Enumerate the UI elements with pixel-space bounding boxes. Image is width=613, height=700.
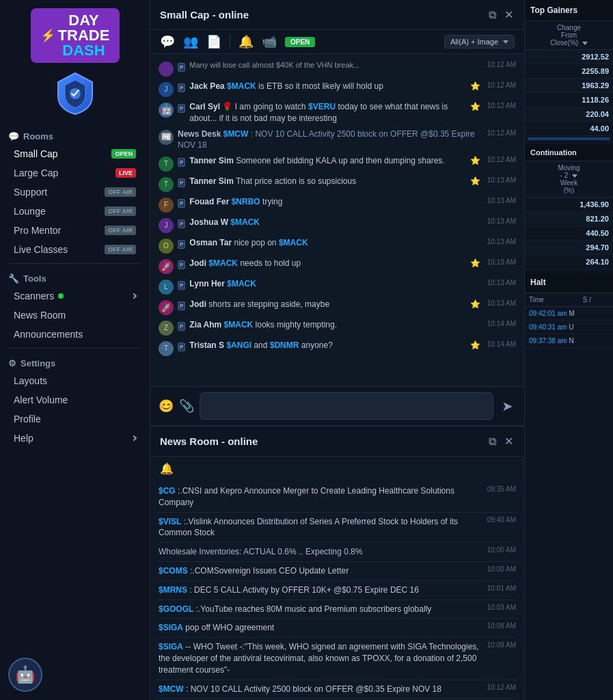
close-icon[interactable]: ✕ [503,433,515,449]
list-item: $CG :.CNSI and Kepro Announce Merger to … [157,482,517,513]
main-content: Small Cap - online ⧉ ✕ 💬 👥 📄 🔔 📹 OPEN Al… [150,0,524,700]
gainers-table-header: Change From Close(%) [525,21,613,50]
chat-panel-header: Small Cap - online ⧉ ✕ [150,0,524,30]
table-row: 220.04 [525,107,613,122]
bell-icon[interactable]: 🔔 [239,34,254,49]
news-panel-title: News Room - online [160,435,258,447]
list-item: $MRNS : DEC 5 CALL Activity by OFFER 10K… [157,581,517,600]
filter-button[interactable]: All(A) + Image [444,35,515,49]
star-icon: ⭐ [470,176,480,187]
dropdown-icon [572,174,577,178]
shield-icon [51,70,99,118]
settings-section-label: ⚙ Settings [0,353,150,371]
external-link-icon[interactable]: ⧉ [487,8,498,23]
sidebar-item-profile[interactable]: Profile [3,409,147,429]
sidebar-item-lounge[interactable]: Lounge OFF AIR [3,202,147,221]
avatar: T [159,341,174,356]
tools-section-label: 🔧 Tools [0,268,150,286]
avatar: F [159,198,174,213]
rooms-section-label: 💬 Rooms [0,126,150,144]
star-icon: ⭐ [470,101,480,113]
table-row: 09:40:31 am U [525,321,613,334]
msg-truncated: P Many will lose call almost $40K of the… [157,58,517,79]
table-row: 44.00 [525,122,613,136]
messages-container[interactable]: P Many will lose call almost $40K of the… [150,54,524,386]
list-item: $MCW : NOV 10 CALL Activity 2500 block o… [157,680,517,699]
list-item: $VISL :.Vislink Announces Distribution o… [157,513,517,543]
sidebar-item-support[interactable]: Support OFF AIR [3,183,147,202]
halt-header: Halt [525,272,613,293]
logo-text: DAY TRADE DASH [58,13,110,58]
table-row: 📰 News Desk $MCW : NOV 10 CALL Activity … [157,126,517,154]
sidebar-item-small-cap[interactable]: Small Cap OPEN [3,144,147,163]
send-button[interactable]: ➤ [499,395,516,417]
bot-avatar[interactable]: 🤖 [8,658,42,692]
sidebar-item-live-classes[interactable]: Live Classes OFF AIR [3,240,147,259]
bot-area: 🤖 [0,649,150,700]
list-item: $GOOGL :.YouTube reaches 80M music and P… [157,600,517,619]
external-link-icon[interactable]: ⧉ [487,434,498,449]
table-row: T P Tanner Sim Someone def bidding KALA … [157,153,517,174]
sidebar-item-pro-mentor[interactable]: Pro Mentor OFF AIR [3,221,147,240]
chat-panel: Small Cap - online ⧉ ✕ 💬 👥 📄 🔔 📹 OPEN Al… [150,0,524,427]
star-icon: ⭐ [470,155,480,167]
chat-panel-title: Small Cap - online [160,9,249,21]
avatar: O [159,239,174,254]
sidebar-item-large-cap[interactable]: Large Cap LIVE [3,163,147,183]
avatar: 📰 [159,130,174,145]
right-panel: Top Gainers Change From Close(%) 2912.52… [524,0,613,700]
avatar: J [159,82,174,97]
table-row: T P Tristan S $ANGI and $DNMR anyone? ⭐ … [157,338,517,358]
toolbar-divider [230,35,230,49]
sidebar-item-announcements[interactable]: Announcements [3,325,147,344]
table-row: Z P Zia Ahm $MACK looks mighty tempting.… [157,317,517,338]
avatar: 🤖 [159,103,174,118]
news-panel-icons: ⧉ ✕ [487,433,515,449]
chat-toolbar: 💬 👥 📄 🔔 📹 OPEN All(A) + Image [150,30,524,54]
table-row: 294.70 [525,241,613,255]
table-row: 09:37:38 am N [525,334,613,348]
sidebar-item-scanners[interactable]: Scanners [3,286,147,306]
avatar: T [159,157,174,172]
scroll-indicator [528,137,610,140]
users-icon[interactable]: 👥 [183,34,198,49]
list-item: $SIGA -- WHO Tweet -:"This week, WHO sig… [157,638,517,679]
star-icon: ⭐ [470,258,480,269]
document-icon[interactable]: 📄 [206,34,221,49]
chat-icon[interactable]: 💬 [160,34,175,49]
avatar: 🚀 [159,300,174,315]
sidebar-item-newsroom[interactable]: News Room [3,306,147,325]
sidebar-item-layouts[interactable]: Layouts [3,371,147,390]
table-row: 🚀 P Jodi $MACK needs to hold up ⭐ 10:13 … [157,256,517,276]
list-item: Wholesale Inventories: ACTUAL 0.6% .. Ex… [157,543,517,562]
table-row: O P Osman Tar nice pop on $MACK 10:13 AM [157,235,517,256]
table-row: 2255.89 [525,64,613,79]
close-icon[interactable]: ✕ [503,7,515,23]
panel-header-icons: ⧉ ✕ [487,7,515,23]
table-row: 🚀 P Jodi shorts are stepping aside, mayb… [157,297,517,317]
dropdown-icon [582,42,588,45]
sidebar-item-alert-volume[interactable]: Alert Volume [3,390,147,409]
dropdown-icon [503,40,508,44]
sidebar-item-help[interactable]: Help [3,429,147,448]
table-row: F P Fouad Fer $NRBO trying 10:13 AM [157,194,517,215]
halt-table-header: Time S / [525,293,613,307]
avatar: 🚀 [159,259,174,274]
attach-icon[interactable]: 📎 [179,399,194,414]
news-bell-icon[interactable]: 🔔 [150,457,524,478]
table-row: 2912.52 [525,50,613,64]
emoji-icon[interactable]: 😊 [159,399,174,414]
chat-input[interactable] [200,392,493,420]
table-row: 1963.29 [525,79,613,93]
table-row: 1118.26 [525,93,613,107]
table-row: 264.10 [525,255,613,269]
avatar: J [159,218,174,233]
table-row: L P Lynn Her $MACK 10:13 AM [157,276,517,297]
table-row: 821.20 [525,212,613,226]
news-panel: News Room - online ⧉ ✕ 🔔 $CG :.CNSI and … [150,427,524,700]
avatar: T [159,177,174,192]
logo-box: ⚡ DAY TRADE DASH [31,8,120,63]
tools-icon: 🔧 [8,273,19,284]
news-messages[interactable]: $CG :.CNSI and Kepro Announce Merger to … [150,478,524,700]
video-icon[interactable]: 📹 [262,34,277,49]
